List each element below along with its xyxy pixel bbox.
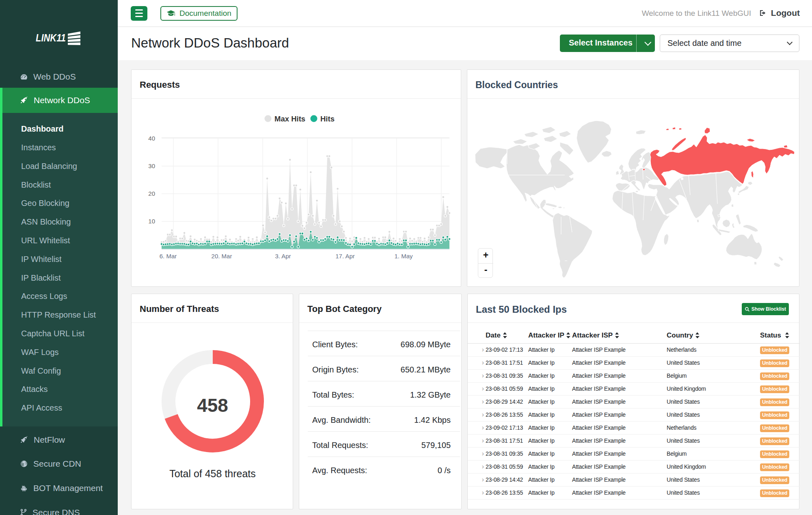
svg-text:Max Hits: Max Hits: [274, 115, 305, 123]
svg-text:3. Apr: 3. Apr: [275, 253, 291, 260]
svg-text:20: 20: [148, 190, 155, 197]
svg-text:LINK11: LINK11: [36, 32, 66, 44]
svg-text:40: 40: [148, 135, 155, 142]
svg-text:6. Mar: 6. Mar: [160, 253, 177, 260]
svg-text:30: 30: [148, 162, 155, 169]
svg-text:Hits: Hits: [320, 115, 335, 123]
svg-text:20. Mar: 20. Mar: [212, 253, 232, 260]
svg-text:10: 10: [148, 218, 155, 225]
svg-text:17. Apr: 17. Apr: [335, 253, 355, 260]
svg-text:1. May: 1. May: [394, 253, 413, 260]
